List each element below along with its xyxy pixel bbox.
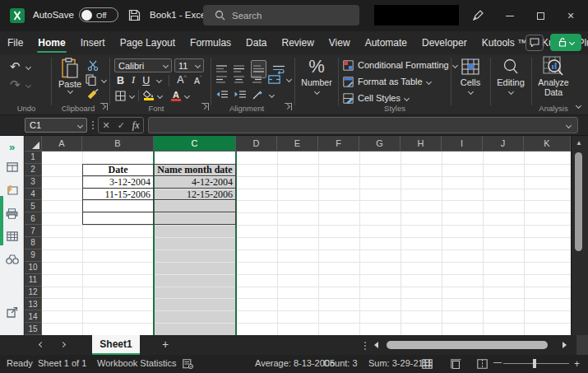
row-header-10[interactable]: 10 — [25, 262, 42, 274]
maximize-button[interactable] — [525, 0, 555, 31]
row-header-6[interactable]: 6 — [25, 212, 42, 225]
save-icon[interactable] — [128, 9, 141, 21]
excel-app-icon[interactable] — [10, 8, 25, 23]
tab-view[interactable]: View — [322, 31, 358, 54]
font-size-select[interactable]: 11 — [174, 58, 204, 72]
font-name-select[interactable]: Calibri — [114, 58, 172, 72]
tab-bar-dots-icon[interactable] — [364, 345, 366, 347]
flash-pane-icon[interactable] — [7, 185, 18, 195]
horizontal-scrollbar[interactable] — [385, 340, 556, 350]
find-binoculars-icon[interactable] — [6, 254, 19, 264]
row-header-3[interactable]: 3 — [25, 176, 42, 189]
row-header-7[interactable]: 7 — [25, 225, 42, 237]
conditional-formatting-button[interactable]: Conditional Formatting — [343, 58, 457, 72]
orientation-icon[interactable] — [252, 90, 263, 100]
align-top-icon[interactable] — [216, 65, 227, 73]
insert-function-icon[interactable]: fx — [132, 119, 140, 132]
cell-C3[interactable]: 4-12-2004 — [154, 176, 236, 189]
table-view-icon[interactable] — [7, 231, 18, 241]
increase-indent-icon[interactable] — [234, 91, 246, 99]
column-header-D[interactable]: D — [236, 136, 277, 152]
name-box[interactable]: C1 — [25, 118, 87, 133]
zoom-in-button[interactable]: + — [574, 358, 580, 370]
cell-B3[interactable]: 3-12-2004 — [82, 176, 154, 189]
tab-file[interactable]: File — [0, 31, 30, 54]
underline-chevron-icon[interactable] — [156, 77, 162, 83]
fill-color-chevron-icon[interactable] — [157, 92, 163, 98]
font-color-chevron-icon[interactable] — [184, 92, 190, 98]
wrap-text-icon[interactable] — [273, 65, 285, 74]
borders-chevron-icon[interactable] — [129, 92, 135, 98]
next-sheet-icon[interactable] — [60, 342, 66, 347]
copy-chevron-icon[interactable] — [101, 77, 107, 82]
cell-C2[interactable]: Name month date — [154, 164, 236, 176]
row-header-11[interactable]: 11 — [25, 274, 42, 287]
prev-sheet-icon[interactable] — [39, 342, 44, 347]
autosave-toggle[interactable]: Off — [79, 7, 118, 22]
bold-button[interactable]: B — [117, 75, 124, 86]
format-painter-icon[interactable] — [87, 89, 100, 100]
cell-C4[interactable]: 12-15-2006 — [154, 189, 236, 201]
scroll-up-icon[interactable]: ▲ — [576, 139, 582, 147]
worksheet-tool-icon[interactable] — [7, 162, 18, 172]
row-header-5[interactable]: 5 — [25, 200, 42, 212]
formula-bar-drag-dots-icon[interactable] — [92, 124, 94, 126]
analyze-data-button[interactable]: Analyze Data — [535, 56, 572, 97]
decrease-indent-icon[interactable] — [216, 91, 228, 99]
cell-B2[interactable]: Date — [82, 164, 154, 176]
number-group-button[interactable]: % Number — [299, 56, 335, 94]
align-center-icon[interactable] — [234, 76, 244, 84]
column-header-E[interactable]: E — [277, 136, 318, 152]
merge-chevron-icon[interactable] — [286, 77, 292, 82]
confirm-entry-icon[interactable]: ✓ — [118, 120, 125, 131]
row-header-2[interactable]: 2 — [25, 164, 42, 176]
tab-automate[interactable]: Automate — [358, 31, 414, 54]
normal-view-icon[interactable] — [422, 359, 433, 369]
cell-B4[interactable]: 11-15-2006 — [82, 189, 154, 201]
row-header-12[interactable]: 12 — [25, 287, 42, 299]
decrease-font-button[interactable]: Aˇ — [194, 75, 201, 86]
row-header-4[interactable]: 4 — [25, 189, 42, 201]
column-header-C[interactable]: C — [154, 136, 236, 152]
align-middle-icon[interactable] — [234, 65, 244, 73]
row-header-13[interactable]: 13 — [25, 298, 42, 310]
orientation-chevron-icon[interactable] — [269, 91, 275, 97]
page-layout-view-icon[interactable] — [451, 359, 461, 369]
row-header-8[interactable]: 8 — [25, 237, 42, 249]
cells-group-button[interactable]: Cells — [454, 56, 487, 94]
pen-edit-icon[interactable] — [471, 9, 484, 22]
column-header-J[interactable]: J — [483, 136, 524, 152]
spreadsheet-grid[interactable]: ABCDEFGHIJK123456789101112131415DateName… — [25, 136, 571, 335]
row-header-14[interactable]: 14 — [25, 310, 42, 323]
undo-icon[interactable]: ↶ — [10, 59, 21, 74]
copy-icon[interactable] — [86, 74, 96, 86]
horizontal-scroll-thumb[interactable] — [387, 341, 548, 349]
cancel-entry-icon[interactable]: ✕ — [102, 120, 109, 131]
external-link-icon[interactable] — [7, 307, 18, 318]
zoom-slider[interactable] — [503, 363, 569, 364]
tab-developer[interactable]: Developer — [414, 31, 475, 54]
kutools-expand-icon[interactable]: » — [0, 141, 24, 153]
tab-data[interactable]: Data — [238, 31, 274, 54]
select-all-corner[interactable] — [25, 136, 42, 152]
tab-home[interactable]: Home — [30, 31, 72, 54]
zoom-slider-thumb[interactable] — [533, 359, 536, 368]
column-header-B[interactable]: B — [82, 136, 154, 152]
print-icon[interactable] — [6, 208, 18, 219]
column-header-F[interactable]: F — [318, 136, 359, 152]
underline-button[interactable]: U — [142, 75, 150, 86]
align-right-icon[interactable] — [251, 76, 262, 84]
comments-button[interactable] — [525, 35, 544, 51]
column-header-G[interactable]: G — [359, 136, 400, 152]
column-header-K[interactable]: K — [524, 136, 571, 152]
collapse-ribbon-chevron-icon[interactable] — [576, 103, 581, 109]
row-header-9[interactable]: 9 — [25, 249, 42, 262]
status-sheet-info[interactable]: Sheet 1 of 1 — [38, 358, 86, 368]
search-input[interactable]: Search — [203, 5, 359, 26]
hscroll-right-icon[interactable] — [563, 342, 567, 348]
alignment-dialog-launcher[interactable] — [285, 103, 292, 110]
undo-chevron-icon[interactable] — [25, 63, 31, 69]
tab-formulas[interactable]: Formulas — [183, 31, 238, 54]
column-header-I[interactable]: I — [442, 136, 483, 152]
formula-input[interactable] — [148, 117, 578, 133]
